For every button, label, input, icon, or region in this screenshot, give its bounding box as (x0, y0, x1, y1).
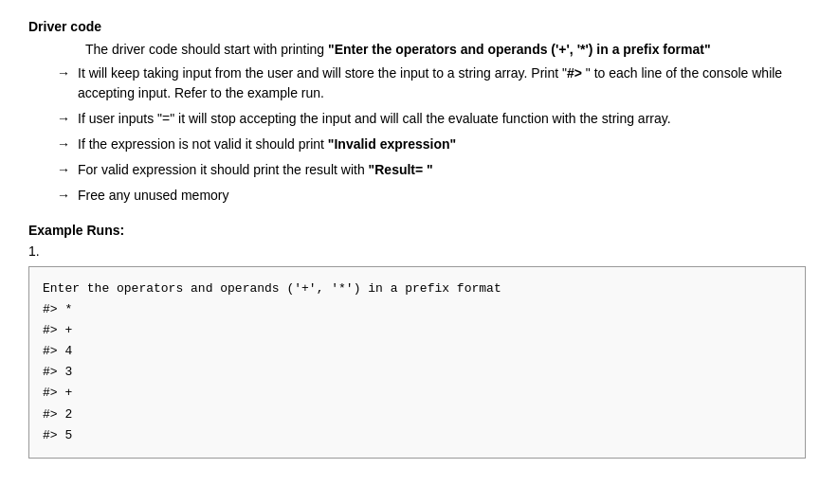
example-runs-section: Example Runs: 1. Enter the operators and… (28, 223, 810, 459)
arrow-icon: → (57, 63, 70, 83)
bullet-text: If user inputs "=" it will stop acceptin… (78, 109, 810, 129)
arrow-icon: → (57, 135, 70, 154)
list-item: → For valid expression it should print t… (57, 160, 810, 180)
code-line: #> 2 (43, 405, 792, 425)
list-item: → Free any unused memory (57, 186, 810, 206)
driver-code-title: Driver code (28, 19, 810, 34)
example-runs-title: Example Runs: (28, 223, 810, 238)
driver-code-section: Driver code The driver code should start… (28, 19, 810, 206)
code-line: #> * (43, 299, 792, 320)
bullet-text: For valid expression it should print the… (78, 160, 810, 180)
hash-prompt: #> (567, 65, 586, 81)
code-line: #> + (43, 383, 792, 404)
list-item: → If user inputs "=" it will stop accept… (57, 109, 810, 129)
driver-code-intro: The driver code should start with printi… (85, 40, 810, 60)
bullet-text: It will keep taking input from the user … (78, 63, 810, 103)
code-line: Enter the operators and operands ('+', '… (43, 279, 792, 299)
arrow-icon: → (57, 186, 70, 206)
list-item: → It will keep taking input from the use… (57, 63, 810, 103)
code-line: #> 4 (43, 341, 792, 362)
result-label: "Result= " (369, 162, 433, 177)
bullet-text: If the expression is not valid it should… (78, 135, 810, 154)
intro-text-bold: "Enter the operators and operands ('+', … (328, 42, 711, 57)
code-line: #> + (43, 320, 792, 341)
free-memory-text: Free any unused memory (78, 186, 810, 206)
code-block: Enter the operators and operands ('+', '… (28, 266, 806, 459)
invalid-expr-label: "Invalid expression" (328, 136, 456, 152)
bullet-list: → It will keep taking input from the use… (57, 63, 810, 206)
code-line: #> 3 (43, 362, 792, 383)
arrow-icon: → (57, 109, 70, 129)
intro-text-before: The driver code should start with printi… (85, 42, 328, 57)
list-item: → If the expression is not valid it shou… (57, 135, 810, 154)
example-number: 1. (28, 243, 810, 259)
arrow-icon: → (57, 160, 70, 180)
code-line: #> 5 (43, 425, 792, 446)
